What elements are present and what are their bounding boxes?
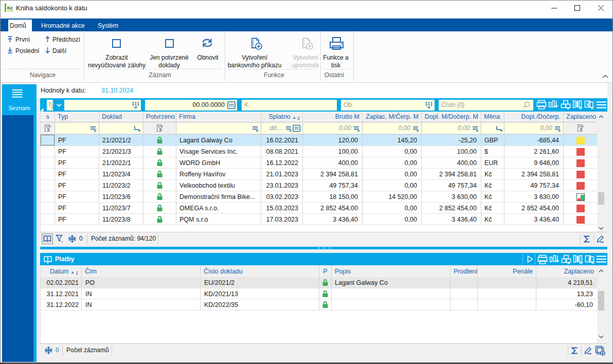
- svg-text:K2: K2: [7, 6, 13, 10]
- svg-text:x: x: [588, 257, 591, 262]
- svg-text:x: x: [586, 102, 589, 107]
